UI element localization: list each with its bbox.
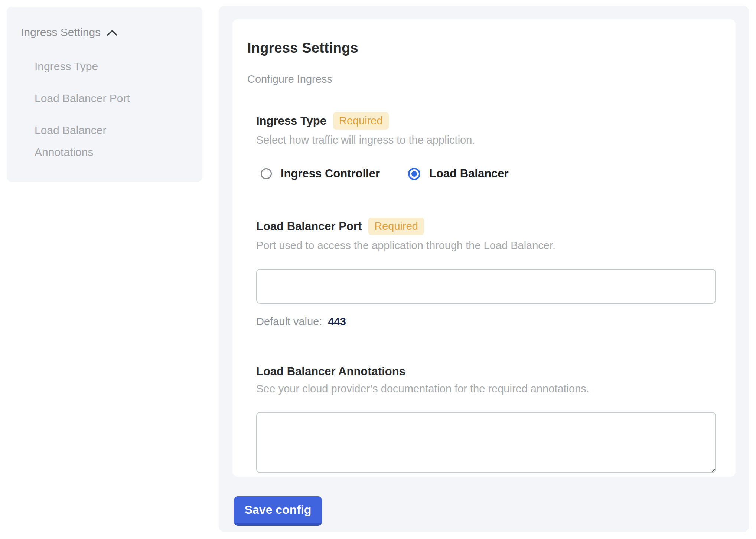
chevron-up-icon — [107, 29, 118, 37]
settings-sidebar: Ingress Settings Ingress Type Load Balan… — [7, 7, 202, 182]
radio-checked-icon[interactable] — [408, 168, 420, 180]
default-value: 443 — [328, 316, 346, 327]
lb-port-label-row: Load Balancer Port Required — [256, 218, 721, 235]
required-badge: Required — [333, 112, 389, 130]
lb-annotations-label: Load Balancer Annotations — [256, 365, 405, 378]
sidebar-items: Ingress Type Load Balancer Port Load Bal… — [21, 55, 188, 163]
form-sections: Ingress Type Required Select how traffic… — [256, 112, 721, 473]
section-load-balancer-annotations: Load Balancer Annotations See your cloud… — [256, 365, 721, 473]
ingress-type-radio-group: Ingress Controller Load Balancer — [261, 167, 721, 180]
radio-unchecked-icon[interactable] — [261, 168, 272, 179]
main-panel: Ingress Settings Configure Ingress Ingre… — [219, 6, 749, 532]
radio-label-ingress-controller: Ingress Controller — [281, 167, 380, 180]
sidebar-group-label: Ingress Settings — [21, 26, 101, 39]
page-subtitle: Configure Ingress — [247, 73, 721, 85]
lb-port-default-line: Default value: 443 — [256, 316, 721, 328]
default-value-label: Default value: — [256, 316, 322, 327]
radio-dot — [411, 171, 417, 177]
section-load-balancer-port: Load Balancer Port Required Port used to… — [256, 218, 721, 328]
sidebar-item-load-balancer-port[interactable]: Load Balancer Port — [35, 87, 163, 109]
lb-annotations-textarea[interactable] — [256, 412, 716, 473]
ingress-type-label-row: Ingress Type Required — [256, 112, 721, 130]
sidebar-group-ingress-settings[interactable]: Ingress Settings — [21, 26, 188, 39]
radio-label-load-balancer: Load Balancer — [429, 167, 509, 180]
page-title: Ingress Settings — [247, 40, 721, 56]
ingress-type-description: Select how traffic will ingress to the a… — [256, 134, 721, 146]
ingress-settings-card: Ingress Settings Configure Ingress Ingre… — [232, 19, 736, 477]
sidebar-item-load-balancer-annotations[interactable]: Load Balancer Annotations — [35, 119, 163, 163]
lb-annotations-description: See your cloud provider’s documentation … — [256, 383, 721, 395]
lb-port-description: Port used to access the application thro… — [256, 239, 721, 252]
sidebar-item-ingress-type[interactable]: Ingress Type — [35, 55, 163, 77]
save-config-button[interactable]: Save config — [234, 496, 322, 526]
section-ingress-type: Ingress Type Required Select how traffic… — [256, 112, 721, 180]
required-badge: Required — [368, 218, 424, 235]
radio-option-ingress-controller[interactable]: Ingress Controller — [261, 167, 380, 180]
lb-port-label: Load Balancer Port — [256, 220, 362, 233]
radio-option-load-balancer[interactable]: Load Balancer — [408, 167, 509, 180]
lb-annotations-label-row: Load Balancer Annotations — [256, 365, 721, 378]
ingress-type-label: Ingress Type — [256, 114, 326, 128]
lb-port-input[interactable] — [256, 269, 716, 304]
